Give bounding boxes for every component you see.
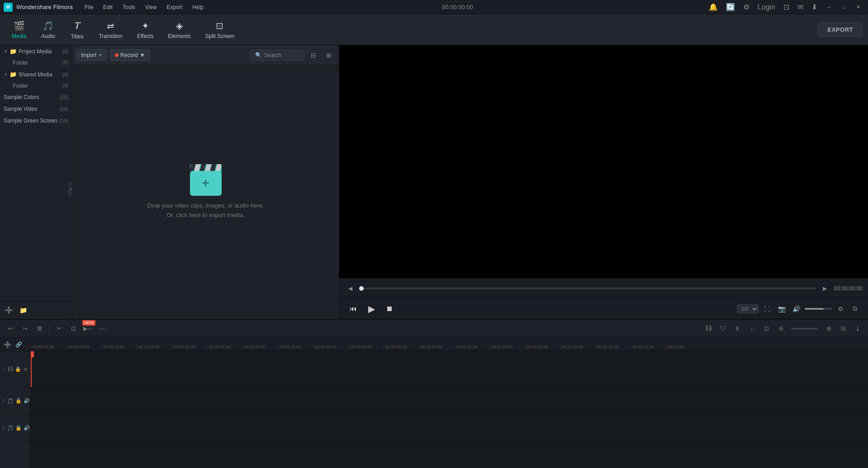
grid-view-button[interactable]: ⊞ xyxy=(323,49,335,61)
render-button[interactable]: 🎞 xyxy=(702,323,714,335)
toolbar-audio-label: Audio xyxy=(41,33,55,39)
audio-track-1-num: 1 xyxy=(2,398,5,403)
shared-media-label: Shared Media xyxy=(19,71,52,78)
import-button[interactable]: Import ▼ xyxy=(76,49,107,61)
menu-tools[interactable]: Tools xyxy=(118,3,140,11)
menu-file[interactable]: File xyxy=(80,3,98,11)
toolbar-effects[interactable]: ✦ Effects xyxy=(131,18,160,42)
collapse-tracks-button[interactable]: ⤓ xyxy=(852,323,863,335)
search-box[interactable]: 🔍 Search xyxy=(250,50,304,61)
ruler-mark: 00:01:00:00 xyxy=(454,345,489,349)
filter-button[interactable]: ⊟ xyxy=(307,49,320,61)
login-button[interactable]: Login xyxy=(756,1,777,13)
sidebar-sample-colors[interactable]: Sample Colors (25) xyxy=(0,91,72,103)
pip-button[interactable]: ⧉ xyxy=(849,303,861,315)
layout-icon[interactable]: ⊡ xyxy=(782,1,791,13)
prev-frame-button[interactable]: ◀ xyxy=(345,283,356,294)
sidebar-project-media[interactable]: ▼ 📁 Project Media (0) xyxy=(0,45,72,57)
menu-help[interactable]: Help xyxy=(188,3,208,11)
snapshot-button[interactable]: 📷 xyxy=(776,303,787,315)
dropzone-line1: Drop your video clips, images, or audio … xyxy=(147,201,264,211)
speed-selector[interactable]: 1/2 1/1 xyxy=(737,304,759,313)
toolbar-transition[interactable]: ⇌ Transition xyxy=(93,18,129,42)
search-icon: 🔍 xyxy=(255,52,262,58)
refresh-icon[interactable]: 🔄 xyxy=(724,1,737,13)
toolbar-elements[interactable]: ◈ Elements xyxy=(161,18,197,42)
preview-time-current: 00:00:00:00 xyxy=(834,285,863,292)
export-button[interactable]: EXPORT xyxy=(818,23,863,37)
skip-back-button[interactable]: ⏮ xyxy=(346,302,360,316)
keyframe-button[interactable]: ⬦ xyxy=(746,323,758,335)
speed-button[interactable]: ▶─ NEW xyxy=(82,323,94,335)
sidebar-sample-green-screen[interactable]: Sample Green Screen (10) xyxy=(0,115,72,127)
undo-button[interactable]: ↩ xyxy=(5,323,16,335)
link-button[interactable]: 🔗 xyxy=(14,340,23,349)
close-button[interactable]: ✕ xyxy=(852,2,864,12)
notification-icon[interactable]: 🔔 xyxy=(707,1,720,13)
shield-button[interactable]: 🛡 xyxy=(717,323,729,335)
download-icon[interactable]: ⬇ xyxy=(810,1,819,13)
collapse-arrow-icon-2: ▼ xyxy=(4,72,8,77)
menu-edit[interactable]: Edit xyxy=(99,3,117,11)
folder-icon: 📁 xyxy=(9,48,17,55)
zoom-slider[interactable] xyxy=(791,328,818,330)
message-icon[interactable]: ✉ xyxy=(796,1,805,13)
record-button[interactable]: Record ▼ xyxy=(110,49,150,61)
ruler-mark: 00:00:00:00 xyxy=(31,345,66,349)
sidebar-shared-folder[interactable]: Folder (0) xyxy=(0,80,72,91)
record-dot-icon xyxy=(115,53,119,57)
audio-track-2-header: 2 🎵 🔒 🔊 xyxy=(0,415,30,442)
sidebar-sample-video[interactable]: Sample Video (20) xyxy=(0,103,72,115)
track-settings-button[interactable]: ⊡ xyxy=(760,323,772,335)
crop-button[interactable]: ⊡ xyxy=(67,323,79,335)
ruler-mark: 00:01:25:00 xyxy=(631,345,666,349)
settings-icon[interactable]: ⚙ xyxy=(741,1,751,13)
audio-track-2-lock[interactable]: 🔒 xyxy=(15,425,22,431)
add-folder-button[interactable]: ➕ xyxy=(3,304,14,316)
sidebar-project-folder[interactable]: Folder (0) xyxy=(0,57,72,68)
ruler-mark: 00:01:30: xyxy=(666,345,701,349)
ruler-mark: 00:01:20:00 xyxy=(595,345,631,349)
next-frame-button[interactable]: ▶ xyxy=(820,283,830,294)
preview-panel: ◀ ▶ 00:00:00:00 ⏮ ▶ ⏹ 1/2 1/1 ⛶ 📷 🔊 xyxy=(339,45,868,319)
toolbar-titles[interactable]: T Titles xyxy=(64,17,91,43)
redo-button[interactable]: ↪ xyxy=(19,323,31,335)
audio-track-1-lock[interactable]: 🔒 xyxy=(15,398,22,404)
menu-export[interactable]: Export xyxy=(162,3,187,11)
title-time: 00:00:00:00 xyxy=(212,4,703,10)
fit-button[interactable]: ⊟ xyxy=(837,323,849,335)
settings-preview-button[interactable]: ⚙ xyxy=(835,303,846,315)
mic-button[interactable]: 🎙 xyxy=(731,323,743,335)
volume-slider[interactable] xyxy=(805,308,832,310)
media-dropzone[interactable]: + Drop your video clips, images, or audi… xyxy=(72,65,339,319)
playhead-line xyxy=(31,351,32,387)
maximize-button[interactable]: □ xyxy=(837,2,850,12)
sidebar-collapse-handle[interactable]: ◀ xyxy=(68,182,72,196)
fullscreen-button[interactable]: ⛶ xyxy=(761,303,773,315)
video-track-eye[interactable]: 👁 xyxy=(23,367,28,372)
import-label: Import xyxy=(81,52,96,58)
zoom-out-button[interactable]: ⊖ xyxy=(775,323,787,335)
audio-track-1-volume[interactable]: 🔊 xyxy=(24,398,30,404)
clapper-plus-icon: + xyxy=(202,176,209,190)
open-folder-button[interactable]: 📁 xyxy=(17,304,29,316)
toolbar-media[interactable]: 🎬 Media xyxy=(5,18,33,42)
cut-button[interactable]: ✂ xyxy=(53,323,65,335)
zoom-in-button[interactable]: ⊕ xyxy=(823,323,835,335)
toolbar-split-screen[interactable]: ⊡ Split Screen xyxy=(199,18,241,42)
stop-button[interactable]: ⏹ xyxy=(383,302,396,316)
timeline-section: ↩ ↪ 🗑 ✂ ⊡ ▶─ NEW — 🎞 🛡 🎙 ⬦ ⊡ ⊖ ⊕ ⊟ ⤓ ➕ xyxy=(0,319,868,468)
sidebar-bottom: ➕ 📁 xyxy=(0,301,72,319)
menu-view[interactable]: View xyxy=(141,3,161,11)
media-icon: 🎬 xyxy=(14,20,25,31)
sidebar-shared-media[interactable]: ▼ 📁 Shared Media (0) xyxy=(0,68,72,80)
delete-button[interactable]: 🗑 xyxy=(33,323,45,335)
audio-track-2-volume[interactable]: 🔊 xyxy=(24,425,30,431)
preview-timeline[interactable] xyxy=(359,288,816,289)
timeline-extra-button[interactable]: — xyxy=(96,323,108,335)
add-track-button[interactable]: ➕ xyxy=(3,340,12,349)
toolbar-audio[interactable]: 🎵 Audio xyxy=(35,18,62,42)
play-pause-button[interactable]: ▶ xyxy=(365,302,378,316)
video-track-lock[interactable]: 🔒 xyxy=(15,366,21,372)
minimize-button[interactable]: ─ xyxy=(823,2,835,12)
